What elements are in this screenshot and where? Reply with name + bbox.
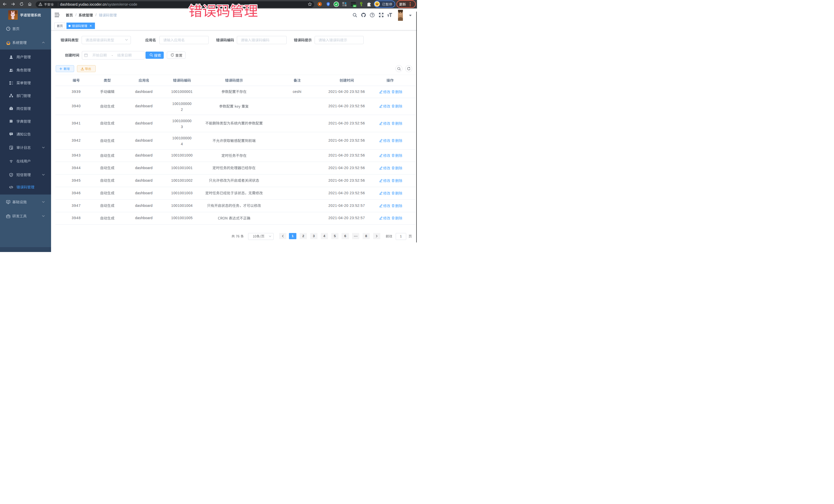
svg-text:on: on (353, 5, 356, 7)
